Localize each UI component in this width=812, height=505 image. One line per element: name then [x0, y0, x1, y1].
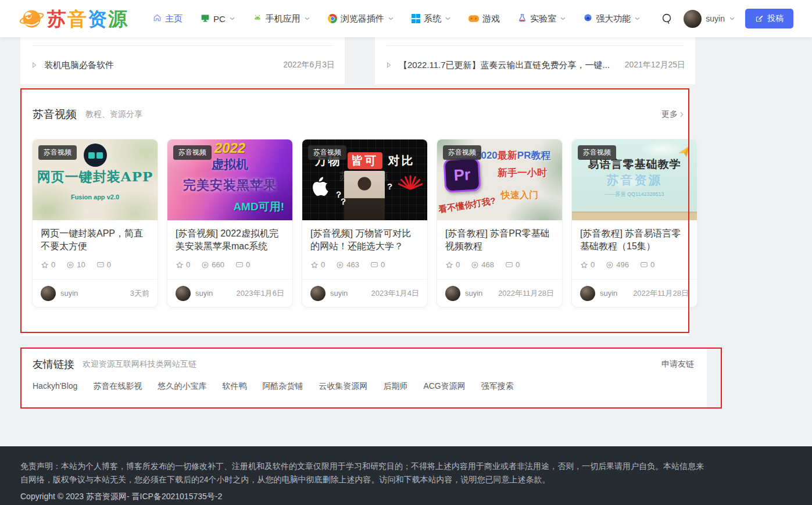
- nav-label: 系统: [424, 13, 441, 24]
- nav-item-system[interactable]: 系统: [412, 13, 451, 24]
- publish-date: 2023年1月6日: [237, 288, 284, 299]
- publish-date: 3天前: [130, 288, 149, 299]
- nav-label: 浏览器插件: [341, 13, 384, 24]
- video-card[interactable]: 苏音视频 万物皆可对比 苏音资源 ？ ？ ? [苏音视频] 万物皆可对比的网站！…: [302, 139, 427, 307]
- comment-count: 0: [370, 260, 385, 269]
- friend-link[interactable]: Hackyh'Blog: [33, 381, 77, 392]
- premiere-icon: Pr: [443, 157, 481, 192]
- nav-item-games[interactable]: 游戏: [468, 13, 500, 24]
- author-avatar: [41, 286, 56, 301]
- friend-link[interactable]: 苏音在线影视: [93, 381, 142, 392]
- thumbnail-badge: 苏音视频: [308, 145, 346, 160]
- edit-icon: [755, 15, 763, 23]
- video-thumbnail: 苏音视频 2022 虚拟机 完美安装黑苹果 AMD可用!: [167, 139, 292, 220]
- thumbnail-badge: 苏音视频: [38, 145, 77, 160]
- post-date: 2022年6月3日: [283, 60, 335, 70]
- footer: 免责声明：本站为个人博客，博客所发布的一切修改补丁、注册机和及软件的文章仅限用于…: [0, 446, 812, 505]
- friend-link[interactable]: 软件鸭: [222, 381, 246, 392]
- comment-icon: [370, 261, 378, 269]
- comment-icon: [96, 261, 105, 269]
- huawei-logo-icon: [398, 173, 423, 194]
- video-thumbnail: 苏音视频 万物皆可对比 苏音资源 ？ ？ ?: [302, 139, 427, 220]
- nav-item-lab[interactable]: 实验室: [518, 13, 566, 24]
- star-icon: [580, 261, 588, 269]
- chevron-down-icon: [635, 17, 640, 20]
- friend-link[interactable]: ACG资源网: [423, 381, 465, 392]
- nav-item-mobile-apps[interactable]: 手机应用: [253, 13, 310, 24]
- more-link[interactable]: 更多: [661, 109, 684, 120]
- watermark: 苏音资源: [572, 172, 697, 188]
- video-title: [苏音视频] 2022虚拟机完美安装黑苹果mac系统: [176, 227, 284, 253]
- thumbnail-badge: 苏音视频: [443, 145, 481, 160]
- section-title: 友情链接: [33, 357, 74, 371]
- video-title: 网页一键封装APP，简直不要太方便: [41, 227, 149, 253]
- friend-link[interactable]: 强军搜索: [481, 381, 514, 392]
- thumbnail-badge: 苏音视频: [578, 145, 616, 160]
- user-menu[interactable]: suyin: [684, 10, 735, 28]
- comment-icon: [505, 261, 513, 269]
- section-subtitle: 欢迎资源互联网科技类网站互链: [83, 359, 196, 370]
- search-icon[interactable]: [661, 13, 673, 25]
- video-card[interactable]: 苏音视频 网页一键封装APP Fusion app v2.0 网页一键封装APP…: [33, 139, 158, 307]
- author-avatar: [445, 286, 460, 301]
- friend-link[interactable]: 云收集资源网: [319, 381, 367, 392]
- android-icon: [253, 13, 262, 24]
- friend-link[interactable]: 后期师: [383, 381, 407, 392]
- star-icon: [176, 261, 184, 269]
- nav-item-home[interactable]: 主页: [153, 13, 183, 24]
- author-name: suyin: [195, 289, 213, 298]
- copyright-text: Copyright © 2023 苏音资源网- 晋ICP备2021015735号…: [20, 492, 792, 502]
- nav-label: 强大功能: [596, 13, 631, 24]
- person-photo: [344, 171, 385, 220]
- chrome-icon: [328, 14, 337, 23]
- star-count: 0: [580, 260, 595, 269]
- star-count: 0: [445, 260, 460, 269]
- nav-item-browser-extensions[interactable]: 浏览器插件: [328, 13, 394, 24]
- post-list-card-right: 【2022.11.7已更新】蓝奏云输出直链免费分享，一键... 2021年12月…: [375, 37, 695, 84]
- video-thumbnail: 苏音视频 网页一键封装APP Fusion app v2.0: [33, 139, 158, 220]
- nav-label: 主页: [165, 13, 183, 24]
- section-title: 苏音视频: [33, 107, 77, 122]
- author-name: suyin: [465, 289, 482, 298]
- nav-item-pc[interactable]: PC: [201, 13, 235, 24]
- chevron-right-icon: [680, 112, 684, 117]
- video-card[interactable]: 苏音视频 Pr 2020最新PR教程 新手一小时 快速入门 看不懂你打我? [苏…: [437, 139, 562, 307]
- publish-date: 2022年11月28日: [633, 288, 689, 299]
- publish-date: 2022年11月28日: [498, 288, 554, 299]
- nav-label: PC: [213, 14, 226, 24]
- fusion-app-icon: [84, 144, 107, 167]
- section-subtitle: 教程、资源分享: [85, 109, 142, 120]
- comment-icon: [235, 261, 244, 269]
- video-card[interactable]: 苏音视频 易语言零基础教学 苏音资源 ——苏音 QQ1142328513 [苏音…: [572, 139, 697, 307]
- author-avatar: [176, 286, 191, 301]
- video-section: 苏音视频 教程、资源分享 更多 苏音视频 网页一键封装APP Fusion ap…: [20, 88, 689, 336]
- video-title: [苏音视频] 万物皆可对比的网站！还能选大学？: [310, 227, 419, 253]
- author-avatar: [310, 286, 325, 301]
- author-avatar: [580, 286, 595, 301]
- friend-link[interactable]: 悠久的小宝库: [158, 381, 206, 392]
- post-list-item[interactable]: 【2022.11.7已更新】蓝奏云输出直链免费分享，一键... 2021年12月…: [387, 46, 685, 84]
- thumbnail-badge: 苏音视频: [173, 145, 212, 160]
- apply-friend-link[interactable]: 申请友链: [661, 359, 694, 370]
- site-logo[interactable]: 苏音资源: [19, 5, 128, 33]
- comment-count: 0: [96, 260, 111, 269]
- view-count: 660: [201, 260, 224, 269]
- star-count: 0: [310, 260, 325, 269]
- friend-link[interactable]: 阿酷杂货铺: [262, 381, 303, 392]
- windows-icon: [412, 14, 421, 23]
- submit-post-button[interactable]: 投稿: [745, 9, 793, 28]
- post-title: 装机电脑必备软件: [44, 60, 276, 71]
- view-count: 10: [66, 260, 85, 269]
- ground-strip: [572, 212, 697, 220]
- eye-icon: [201, 261, 209, 269]
- video-title: [苏音教程] 苏音PR零基础视频教程: [445, 227, 554, 253]
- view-count: 463: [336, 260, 359, 269]
- star-count: 0: [176, 260, 190, 269]
- comment-count: 0: [505, 260, 520, 269]
- nav-item-power-features[interactable]: 强大功能: [584, 13, 640, 24]
- video-card[interactable]: 苏音视频 2022 虚拟机 完美安装黑苹果 AMD可用! [苏音视频] 2022…: [167, 139, 292, 307]
- friend-link-list: Hackyh'Blog 苏音在线影视 悠久的小宝库 软件鸭 阿酷杂货铺 云收集资…: [33, 381, 514, 392]
- post-list-item[interactable]: 装机电脑必备软件 2022年6月3日: [32, 46, 335, 84]
- brand-text: 苏音资源: [47, 9, 128, 28]
- nav-label: 实验室: [530, 13, 556, 24]
